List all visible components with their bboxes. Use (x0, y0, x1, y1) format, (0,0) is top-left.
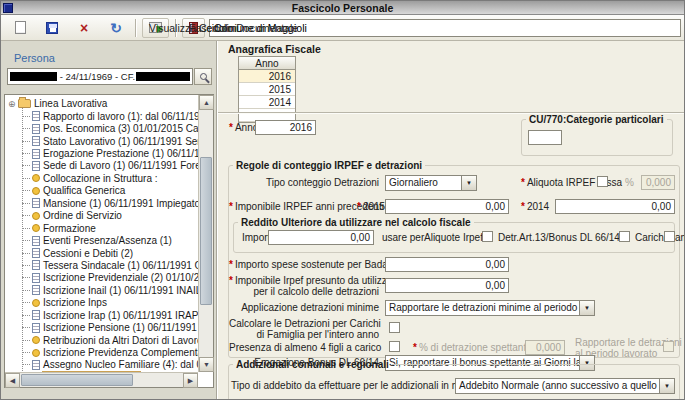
tree-item-label: Cessioni e Debiti (2) (43, 248, 133, 259)
tree-item[interactable]: Formazione (22, 222, 198, 234)
tree-item[interactable]: Cessioni e Debiti (2) (22, 247, 198, 259)
tree-item[interactable]: Iscrizione Pensione (1) 06/11/1991 CPDEL… (22, 321, 198, 333)
delete-button[interactable]: × (71, 18, 97, 38)
anno-2014-label: 2014 (521, 201, 549, 212)
tree-item[interactable]: Iscrizione Irap (1) 06/11/1991 IRAP - Im… (22, 309, 198, 321)
tree-connector (22, 302, 30, 303)
horizontal-scroll-thumb[interactable] (21, 374, 133, 386)
carichi-familiari-checkbox[interactable] (664, 231, 675, 242)
chevron-down-icon[interactable]: ▼ (660, 378, 675, 394)
tree-connector (22, 277, 30, 278)
imponibile-presunto-label-2: per il calcolo delle detrazioni (229, 286, 379, 297)
aliquote-irpef-label: Aliquote Irpef (424, 232, 483, 243)
tree-item-label: Erogazione Prestazione (1) 06/11/1991 Fu… (43, 148, 198, 159)
tree-item[interactable]: Collocazione in Struttura : (22, 172, 198, 184)
tree-connector (22, 203, 30, 204)
document-item-icon (32, 360, 40, 370)
tree-item[interactable]: Iscrizione Previdenza Complementare (22, 346, 198, 358)
imponibile-presunto-label-1: Imponibile Irpef presunto da utilizzare (229, 275, 379, 286)
perc-detrazione-label: % di detrazione spettante (413, 342, 532, 353)
save-button[interactable] (39, 18, 65, 38)
tree-item-label: Iscrizione Pensione (1) 06/11/1991 CPDEL… (43, 322, 198, 333)
reddito-ulteriore-title: Reddito Ulteriore da utilizzare nel calc… (238, 217, 474, 228)
chevron-down-icon[interactable]: ▼ (462, 175, 477, 191)
tree-item[interactable]: Mansione (1) 06/11/1991 Impiegato (22, 197, 198, 209)
vertical-scroll-thumb[interactable] (200, 157, 212, 305)
tree-item[interactable]: Retribuzioni da Altri Datori di Lavoro (22, 334, 198, 346)
imponibile-2015-input[interactable]: 0,00 (385, 199, 509, 214)
anno-grid-row[interactable]: 2015 (239, 83, 295, 96)
tree-item-label: Qualifica Generica (43, 185, 125, 196)
anno-input[interactable]: 2016 (255, 120, 316, 135)
detr-art13-checkbox[interactable] (619, 231, 630, 242)
tree-root-linea-lavorativa[interactable]: ⊕ Linea Lavorativa (8, 97, 198, 110)
tree-item-label: Stato Lavorativo (1) 06/11/1991 Servizio… (43, 136, 198, 147)
cu770-group: CU/770:Categorie particolari (521, 114, 673, 156)
tree-item[interactable]: Eventi Presenza/Assenza (1) (22, 234, 198, 246)
tipo-addebito-combo[interactable]: Addebito Normale (anno successivo a quel… (455, 378, 675, 394)
tree-connector (22, 215, 30, 216)
rapportare-checkbox (663, 341, 674, 352)
document-item-icon (32, 248, 40, 258)
anno-grid-row[interactable]: 2016 (239, 70, 295, 83)
tree-connector (22, 253, 30, 254)
tree-connector (22, 364, 30, 365)
imponibile-prec-label: Imponibile IRPEF anni precedenti (229, 201, 349, 212)
tipo-conteggio-value: Giornaliero (385, 175, 462, 191)
tree-expander-icon[interactable]: ⊕ (8, 99, 18, 109)
tree-item[interactable]: Ordine di Servizio (22, 210, 198, 222)
anno-grid-header: Anno (239, 57, 295, 70)
tree-vertical-scrollbar[interactable]: ▲ ▼ (198, 95, 213, 372)
tree-item[interactable]: Iscrizione Inail (1) 06/11/1991 INAIL - … (22, 284, 198, 296)
tree-item[interactable]: Pos. Economica (3) 01/01/2015 Cat. B - P… (22, 122, 198, 134)
tree-connector (22, 178, 30, 179)
applicazione-value: Rapportare le detrazioni minime al perio… (385, 300, 580, 316)
person-search-button[interactable] (194, 68, 212, 85)
tree-item[interactable]: Stato Lavorativo (1) 06/11/1991 Servizio… (22, 135, 198, 147)
category-dot-icon (32, 212, 40, 220)
imponibile-presunto-input[interactable]: 0,00 (385, 278, 509, 293)
tree-horizontal-scrollbar[interactable]: ◀ ▶ (5, 372, 198, 387)
regole-group: Regole di conteggio IRPEF e detrazioni T… (228, 160, 680, 358)
scroll-down-arrow[interactable]: ▼ (199, 357, 214, 372)
importo-input[interactable]: 0,00 (268, 230, 374, 245)
tree-item[interactable]: Assegno Nucleo Familiare (4): dal 01/07/… (22, 359, 198, 371)
presenza-checkbox[interactable] (389, 341, 400, 352)
section-title: Anagrafica Fiscale (228, 43, 321, 55)
tree-item-label: Collocazione in Struttura : (43, 173, 158, 184)
anno-grid-row[interactable]: 2014 (239, 96, 295, 109)
tree-item[interactable]: Iscrizione Previdenziale (2) 01/10/2015 … (22, 272, 198, 284)
tree-item[interactable]: Tessera Sindacale (1) 06/11/1991 CISL (22, 259, 198, 271)
tipo-conteggio-combo[interactable]: Giornaliero ▼ (385, 175, 477, 191)
chevron-down-icon[interactable]: ▼ (580, 300, 595, 316)
perc-detrazione-input: 0,000 (525, 340, 565, 355)
scroll-up-arrow[interactable]: ▲ (199, 95, 214, 110)
tipo-addebito-value: Addebito Normale (anno successivo a quel… (455, 378, 660, 394)
person-field[interactable]: - 24/11/1969 - CF. (7, 68, 193, 85)
badanti-input[interactable]: 0,00 (385, 257, 509, 272)
tree-item[interactable]: Qualifica Generica (22, 185, 198, 197)
calcolare-label-2: di Famiglia per l'intero anno (229, 329, 379, 340)
anno-grid-rows: 201620152014 (239, 70, 295, 122)
calcolare-checkbox[interactable] (389, 322, 400, 333)
cu770-input[interactable] (528, 130, 562, 145)
tree-connector (22, 128, 30, 129)
visualizza-cedolini-button[interactable]: Visualizza Cedolini (142, 18, 169, 38)
document-item-icon (32, 198, 40, 208)
new-document-button[interactable] (7, 18, 33, 38)
document-item-icon (32, 124, 40, 134)
applicazione-combo[interactable]: Rapportare le detrazioni minime al perio… (385, 300, 595, 316)
scroll-right-arrow[interactable]: ▶ (183, 373, 198, 388)
tree-item[interactable]: Iscrizione Inps (22, 297, 198, 309)
tree-item[interactable]: Rapporto di lavoro (1): dal 06/11/1991 7… (22, 110, 198, 122)
refresh-icon: ↻ (110, 21, 122, 35)
refresh-button[interactable]: ↻ (103, 18, 129, 38)
imponibile-2014-input[interactable]: 0,00 (555, 199, 675, 214)
aliquote-irpef-checkbox[interactable] (482, 231, 493, 242)
document-item-icon (32, 273, 40, 283)
scroll-left-arrow[interactable]: ◀ (5, 373, 20, 388)
tree-item[interactable]: Sede di Lavoro (1) 06/11/1991 Fores (22, 160, 198, 172)
aliquota-fissa-checkbox[interactable] (597, 176, 608, 187)
tree-connector (22, 228, 30, 229)
tree-item[interactable]: Erogazione Prestazione (1) 06/11/1991 Fu… (22, 147, 198, 159)
